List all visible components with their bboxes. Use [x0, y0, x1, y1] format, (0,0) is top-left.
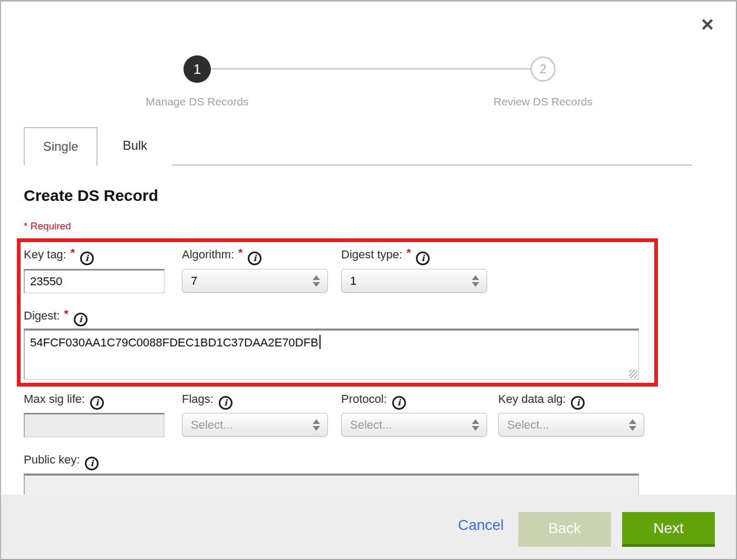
required-asterisk: *	[71, 246, 75, 258]
tabs-underline	[98, 165, 692, 166]
digest-type-label: Digest type:*i	[341, 248, 430, 265]
digest-label-text: Digest:	[24, 309, 60, 322]
info-icon[interactable]: i	[90, 396, 104, 410]
stepper-step-2-circle: 2	[530, 56, 556, 82]
key-tag-label: Key tag:*i	[24, 248, 94, 265]
info-icon[interactable]: i	[392, 396, 406, 410]
required-asterisk: *	[238, 246, 243, 258]
key-tag-label-text: Key tag:	[24, 248, 66, 261]
page-title: Create DS Record	[24, 187, 158, 205]
algorithm-label-text: Algorithm:	[182, 248, 234, 261]
digest-value: 54FCF030AA1C79C0088FDEC1BD1C37DAA2E70DFB	[30, 336, 318, 349]
protocol-label-text: Protocol:	[341, 392, 387, 405]
digest-type-label-text: Digest type:	[341, 248, 402, 261]
info-icon[interactable]: i	[248, 252, 261, 265]
flags-select[interactable]: Select...	[182, 413, 328, 437]
close-icon[interactable]: ✕	[696, 13, 719, 36]
stepper-step-1-circle: 1	[183, 55, 211, 83]
required-asterisk: *	[64, 307, 68, 320]
key-data-alg-select-value: Select...	[507, 413, 549, 436]
stepper-step-1-label: Manage DS Records	[118, 95, 276, 108]
max-sig-life-input[interactable]	[24, 413, 164, 437]
tab-single[interactable]: Single	[24, 127, 98, 166]
key-data-alg-label: Key data alg:i	[498, 392, 585, 410]
modal-footer: Cancel Back Next	[1, 495, 736, 559]
text-cursor	[319, 335, 321, 349]
max-sig-life-label-text: Max sig life:	[24, 392, 85, 405]
create-ds-record-modal: ✕ 1 2 Manage DS Records Review DS Record…	[0, 0, 737, 560]
required-asterisk: *	[406, 246, 411, 258]
key-data-alg-label-text: Key data alg:	[498, 392, 566, 405]
cancel-button[interactable]: Cancel	[449, 517, 512, 534]
protocol-select-value: Select...	[350, 413, 392, 436]
protocol-label: Protocol:i	[341, 392, 406, 410]
info-icon[interactable]: i	[219, 396, 232, 410]
select-spinner-icon	[472, 274, 479, 288]
key-tag-input[interactable]	[24, 269, 164, 293]
tab-bulk[interactable]: Bulk	[98, 127, 172, 166]
select-spinner-icon	[313, 274, 320, 288]
public-key-label: Public key:i	[24, 453, 99, 470]
select-spinner-icon	[313, 418, 320, 432]
select-spinner-icon	[472, 418, 479, 432]
info-icon[interactable]: i	[416, 252, 430, 265]
algorithm-label: Algorithm:*i	[182, 248, 261, 265]
digest-type-select-value: 1	[350, 269, 356, 292]
back-button[interactable]: Back	[518, 512, 611, 547]
info-icon[interactable]: i	[571, 396, 585, 410]
digest-type-select[interactable]: 1	[341, 269, 487, 293]
public-key-label-text: Public key:	[24, 453, 80, 466]
digest-textarea[interactable]: 54FCF030AA1C79C0088FDEC1BD1C37DAA2E70DFB	[24, 329, 639, 380]
next-button[interactable]: Next	[622, 512, 715, 547]
required-note: * Required	[24, 220, 71, 232]
stepper-step-2-label: Review DS Records	[464, 95, 622, 108]
stepper-connector-line	[211, 68, 531, 70]
select-spinner-icon	[629, 418, 636, 432]
protocol-select[interactable]: Select...	[341, 413, 487, 437]
info-icon[interactable]: i	[85, 457, 99, 470]
info-icon[interactable]: i	[74, 313, 88, 326]
digest-label: Digest:*i	[24, 309, 88, 326]
algorithm-select[interactable]: 7	[182, 269, 328, 293]
flags-label: Flags:i	[182, 392, 232, 410]
flags-select-value: Select...	[191, 413, 232, 436]
info-icon[interactable]: i	[80, 252, 94, 265]
flags-label-text: Flags:	[182, 392, 214, 405]
algorithm-select-value: 7	[191, 269, 197, 292]
max-sig-life-label: Max sig life:i	[24, 392, 104, 410]
key-data-alg-select[interactable]: Select...	[498, 413, 644, 437]
resize-handle[interactable]	[629, 370, 637, 378]
